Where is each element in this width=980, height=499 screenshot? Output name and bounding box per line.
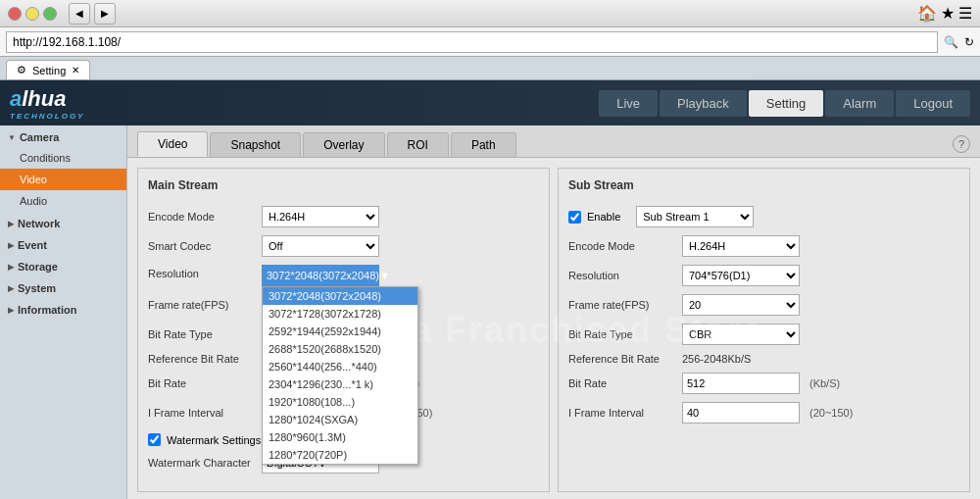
resolution-option-7[interactable]: 1920*1080(108...): [263, 393, 417, 411]
smart-codec-select[interactable]: Off: [262, 235, 379, 257]
nav-setting-btn[interactable]: Setting: [749, 90, 823, 117]
resolution-option-4[interactable]: 2688*1520(2688x1520): [263, 340, 417, 358]
encode-mode-select[interactable]: H.264H: [262, 206, 379, 227]
nav-playback-btn[interactable]: Playback: [660, 90, 747, 117]
resolution-dropdown-container: 3072*2048(3072x2048) ▼ 3072*2048(3072x20…: [262, 265, 379, 286]
btn-max[interactable]: [43, 7, 57, 21]
sidebar: ▼ Camera Conditions Video Audio ▶ Networ…: [0, 125, 127, 499]
resolution-option-10[interactable]: 1280*720(720P): [263, 446, 417, 464]
sub-bit-rate-type-select[interactable]: CBR: [682, 324, 800, 345]
sub-stream-title: Sub Stream: [568, 178, 959, 196]
btn-close[interactable]: [8, 7, 22, 21]
nav-forward-btn[interactable]: ▶: [94, 3, 116, 25]
resolution-option-3[interactable]: 2592*1944(2592x1944): [263, 323, 417, 340]
sub-bit-rate-label: Bit Rate: [568, 377, 676, 389]
resolution-option-5[interactable]: 2560*1440(256...*440): [263, 358, 417, 375]
tab-bar: ⚙ Setting ✕: [0, 57, 980, 80]
app-container: alhua TECHNOLOGY Live Playback Setting A…: [0, 80, 980, 499]
tab-icon: ⚙: [17, 64, 26, 76]
app-header: alhua TECHNOLOGY Live Playback Setting A…: [0, 80, 980, 125]
browser-tab-setting[interactable]: ⚙ Setting ✕: [6, 60, 90, 79]
sub-resolution-select[interactable]: 704*576(D1): [682, 265, 800, 286]
titlebar-star-icon[interactable]: ★: [941, 4, 955, 23]
sidebar-section-system[interactable]: ▶ System: [0, 276, 126, 298]
browser-addressbar: 🔍 ↻: [0, 27, 980, 57]
tab-overlay[interactable]: Overlay: [303, 132, 384, 157]
sidebar-section-information[interactable]: ▶ Information: [0, 298, 126, 320]
sub-stream-select[interactable]: Sub Stream 1: [636, 206, 754, 227]
sub-bit-rate-input[interactable]: [682, 373, 800, 394]
sidebar-section-storage[interactable]: ▶ Storage: [0, 255, 126, 276]
frame-rate-label: Frame rate(FPS): [148, 299, 256, 311]
event-triangle-icon: ▶: [8, 241, 14, 250]
content-area: Video Snapshot Overlay ROI Path ? Main S…: [127, 125, 980, 499]
sub-stream-panel: Sub Stream Enable Sub Stream 1 Encode Mo…: [558, 168, 970, 492]
information-triangle-icon: ▶: [8, 306, 14, 315]
sidebar-item-audio[interactable]: Audio: [0, 190, 126, 212]
sidebar-section-camera[interactable]: ▼ Camera: [0, 125, 126, 147]
resolution-option-2[interactable]: 3072*1728(3072x1728): [263, 305, 417, 323]
panels-row: Main Stream Encode Mode H.264H Smart Cod…: [127, 158, 980, 499]
resolution-option-8[interactable]: 1280*1024(SXGA): [263, 411, 417, 428]
resolution-option-1[interactable]: 3072*2048(3072x2048): [263, 287, 417, 305]
tab-video[interactable]: Video: [137, 131, 208, 157]
panels-wrapper: Main Stream Encode Mode H.264H Smart Cod…: [127, 158, 980, 499]
sub-resolution-label: Resolution: [568, 270, 676, 281]
sidebar-event-label: Event: [18, 239, 47, 251]
refresh-icon[interactable]: ↻: [964, 35, 974, 49]
resolution-dropdown: 3072*2048(3072x2048) 3072*1728(3072x1728…: [262, 286, 418, 465]
resolution-label: Resolution: [148, 268, 256, 279]
sub-stream-enable-label: Enable: [587, 211, 620, 223]
watermark-label: Watermark Settings: [167, 434, 261, 446]
camera-triangle-icon: ▼: [8, 133, 16, 142]
main-stream-panel: Main Stream Encode Mode H.264H Smart Cod…: [137, 168, 550, 492]
sidebar-network-label: Network: [18, 218, 60, 229]
nav-logout-btn[interactable]: Logout: [896, 90, 970, 117]
smart-codec-label: Smart Codec: [148, 240, 256, 252]
sidebar-storage-label: Storage: [18, 261, 58, 273]
sub-encode-mode-label: Encode Mode: [568, 240, 676, 252]
titlebar-menu-icon[interactable]: ☰: [958, 4, 972, 23]
sub-stream-enable-checkbox[interactable]: [568, 211, 581, 224]
sub-i-frame-hint: (20~150): [809, 407, 853, 419]
main-stream-title: Main Stream: [148, 178, 539, 196]
sidebar-item-video[interactable]: Video: [0, 169, 126, 190]
main-layout: ▼ Camera Conditions Video Audio ▶ Networ…: [0, 125, 980, 499]
sub-bit-rate-type-label: Bit Rate Type: [568, 328, 676, 340]
help-icon[interactable]: ?: [953, 135, 970, 153]
sub-encode-mode-select[interactable]: H.264H: [682, 235, 800, 257]
nav-alarm-btn[interactable]: Alarm: [825, 90, 894, 117]
resolution-selected[interactable]: 3072*2048(3072x2048) ▼: [262, 265, 379, 286]
titlebar-home-icon[interactable]: 🏠: [917, 4, 937, 23]
tab-label: Setting: [32, 65, 66, 76]
resolution-option-9[interactable]: 1280*960(1.3M): [263, 428, 417, 446]
btn-min[interactable]: [25, 7, 39, 21]
i-frame-label: I Frame Interval: [148, 407, 256, 419]
tab-snapshot[interactable]: Snapshot: [210, 132, 301, 157]
resolution-option-6[interactable]: 2304*1296(230...*1 k): [263, 375, 417, 393]
app-nav: Live Playback Setting Alarm Logout: [599, 90, 970, 117]
bit-rate-label: Bit Rate: [148, 377, 256, 389]
sub-frame-rate-label: Frame rate(FPS): [568, 299, 676, 311]
sub-i-frame-input[interactable]: [682, 402, 800, 424]
tab-close-icon[interactable]: ✕: [72, 65, 79, 75]
app-logo-sub: TECHNOLOGY: [10, 112, 84, 121]
sidebar-section-network[interactable]: ▶ Network: [0, 212, 126, 233]
tab-roi[interactable]: ROI: [387, 132, 449, 157]
resolution-dropdown-arrow: ▼: [379, 270, 390, 281]
sub-frame-rate-select[interactable]: 20: [682, 294, 800, 316]
address-input[interactable]: [6, 31, 938, 53]
tab-path[interactable]: Path: [451, 132, 516, 157]
sidebar-camera-label: Camera: [20, 131, 59, 143]
sidebar-item-conditions[interactable]: Conditions: [0, 147, 126, 169]
sidebar-section-event[interactable]: ▶ Event: [0, 233, 126, 255]
ref-bit-rate-label: Reference Bit Rate: [148, 353, 256, 365]
storage-triangle-icon: ▶: [8, 263, 14, 272]
watermark-char-label: Watermark Character: [148, 457, 256, 469]
watermark-checkbox[interactable]: [148, 433, 161, 446]
sub-ref-bit-rate-label: Reference Bit Rate: [568, 353, 676, 365]
network-triangle-icon: ▶: [8, 220, 14, 228]
nav-live-btn[interactable]: Live: [599, 90, 658, 117]
nav-back-btn[interactable]: ◀: [69, 3, 90, 25]
sub-tabs-bar: Video Snapshot Overlay ROI Path ?: [127, 125, 980, 158]
